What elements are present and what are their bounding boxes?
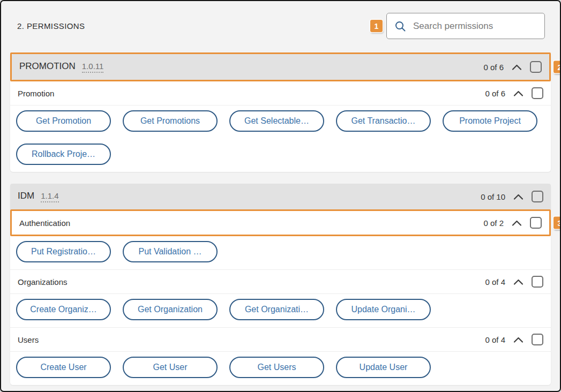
permission-button[interactable]: Get User	[123, 357, 218, 378]
api-section-card: PROMOTION 1.0.11 0 of 6 2 Promotion	[10, 52, 551, 172]
permission-button[interactable]: Update Organi…	[336, 299, 431, 320]
section-name: PROMOTION	[19, 61, 76, 72]
permission-button[interactable]: Put Validation …	[123, 241, 218, 262]
permission-sections: PROMOTION 1.0.11 0 of 6 2 Promotion	[10, 52, 551, 385]
section-header: IDM 1.1.4 0 of 10	[10, 184, 551, 209]
section-body: Authentication 0 of 2 3 Put Registratio……	[10, 209, 551, 385]
group-controls: 0 of 2	[483, 217, 542, 229]
section-title: IDM 1.1.4	[18, 191, 59, 202]
section-version[interactable]: 1.0.11	[82, 62, 104, 73]
section-controls: 0 of 10	[481, 191, 543, 202]
section-version[interactable]: 1.1.4	[41, 191, 58, 202]
chevron-up-icon[interactable]	[512, 64, 522, 71]
group-row-wrap: Authentication 0 of 2 3	[10, 209, 551, 236]
group-row: Users 0 of 4	[10, 328, 551, 352]
section-name: IDM	[18, 191, 34, 201]
permission-list: Get PromotionGet PromotionsGet Selectabl…	[10, 105, 551, 172]
group-checkbox[interactable]	[530, 217, 542, 229]
selected-count: 0 of 10	[481, 192, 505, 201]
chevron-up-icon[interactable]	[513, 193, 523, 200]
group-label: Promotion	[18, 89, 54, 98]
group-controls: 0 of 4	[485, 276, 543, 288]
api-section-card: IDM 1.1.4 0 of 10 Authentication	[10, 184, 551, 385]
search-icon	[394, 20, 406, 32]
selected-count: 0 of 2	[483, 218, 504, 228]
annotation-badge: 2	[553, 61, 561, 73]
permission-button[interactable]: Get Selectable…	[229, 110, 324, 132]
permission-button[interactable]: Promote Project	[443, 110, 537, 132]
permission-button[interactable]: Get Users	[229, 357, 324, 378]
group-label: Organizations	[18, 277, 68, 287]
permission-group: Users 0 of 4 Create UserGet UserGet User…	[10, 327, 551, 385]
group-checkbox[interactable]	[532, 276, 543, 288]
permission-button[interactable]: Get Promotion	[16, 110, 111, 132]
selected-count: 0 of 4	[485, 277, 505, 287]
permission-group: Authentication 0 of 2 3 Put Registratio……	[10, 209, 551, 269]
group-label: Authentication	[19, 218, 70, 228]
group-controls: 0 of 6	[485, 87, 543, 99]
permissions-screen: 2. PERMISSIONS 1 PROMOTION 1.0.11	[0, 0, 561, 392]
group-controls: 0 of 4	[485, 334, 543, 345]
permission-list: Create Organiz…Get OrganizationGet Organ…	[10, 294, 551, 327]
annotation-badge: 3	[553, 217, 561, 229]
chevron-up-icon[interactable]	[513, 336, 523, 343]
page-title: 2. PERMISSIONS	[17, 21, 85, 31]
permission-button[interactable]: Update User	[336, 357, 431, 378]
permission-list: Create UserGet UserGet UsersUpdate User	[10, 352, 551, 385]
permission-button[interactable]: Get Organization	[123, 299, 218, 320]
group-row: Organizations 0 of 4	[10, 270, 551, 294]
chevron-up-icon[interactable]	[513, 90, 523, 97]
permission-button[interactable]: Create User	[16, 357, 111, 378]
permission-list: Put Registratio…Put Validation …	[10, 236, 551, 269]
search-area: 1	[370, 13, 545, 39]
section-checkbox[interactable]	[530, 61, 542, 73]
section-controls: 0 of 6	[483, 61, 542, 73]
group-label: Users	[18, 335, 39, 344]
permission-button[interactable]: Get Promotions	[123, 110, 218, 132]
chevron-up-icon[interactable]	[513, 278, 523, 285]
group-row: Authentication 0 of 2	[12, 211, 549, 235]
group-row-wrap: Users 0 of 4	[10, 328, 551, 352]
group-row: Promotion 0 of 6	[10, 81, 551, 105]
group-checkbox[interactable]	[532, 87, 543, 99]
annotation-badge: 1	[370, 20, 383, 32]
permission-group: Organizations 0 of 4 Create Organiz…Get …	[10, 269, 551, 327]
group-row-wrap: Organizations 0 of 4	[10, 270, 551, 294]
selected-count: 0 of 6	[483, 63, 504, 72]
section-header: PROMOTION 1.0.11 0 of 6	[12, 54, 549, 80]
section-header-wrap: PROMOTION 1.0.11 0 of 6 2	[10, 52, 551, 81]
chevron-up-icon[interactable]	[512, 220, 522, 227]
group-row-wrap: Promotion 0 of 6	[10, 81, 551, 105]
permission-button[interactable]: Get Transactio…	[336, 110, 431, 132]
permission-button[interactable]: Rollback Proje…	[16, 144, 111, 165]
selected-count: 0 of 4	[485, 335, 505, 344]
permission-group: Promotion 0 of 6 Get PromotionGet Promot…	[10, 81, 551, 172]
topbar: 2. PERMISSIONS 1	[1, 1, 560, 52]
search-box[interactable]	[386, 13, 545, 39]
permission-button[interactable]: Get Organizati…	[229, 299, 324, 320]
permission-button[interactable]: Put Registratio…	[16, 241, 111, 262]
section-header-wrap: IDM 1.1.4 0 of 10	[10, 184, 551, 209]
section-title: PROMOTION 1.0.11	[19, 61, 103, 73]
permission-button[interactable]: Create Organiz…	[16, 299, 111, 320]
selected-count: 0 of 6	[485, 89, 505, 98]
search-input[interactable]	[413, 21, 537, 32]
section-checkbox[interactable]	[532, 191, 543, 202]
section-body: Promotion 0 of 6 Get PromotionGet Promot…	[10, 81, 551, 172]
group-checkbox[interactable]	[532, 334, 543, 345]
